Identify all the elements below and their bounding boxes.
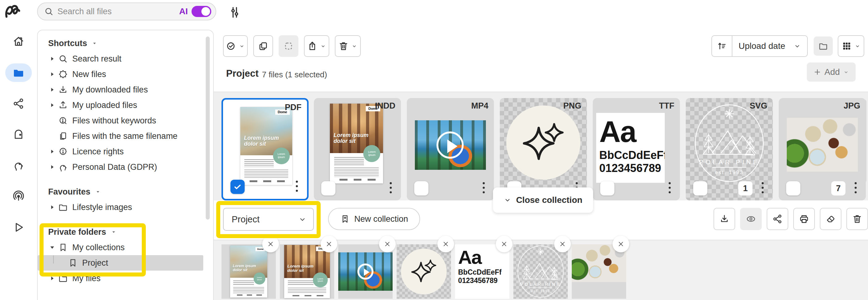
file-card-svg[interactable]: POLAR PINEest. 1993SVG1 (686, 98, 773, 200)
tray-thumbnail-png[interactable] (397, 244, 451, 299)
sidebar-section-header[interactable]: Private folders (38, 224, 213, 240)
section-title: Private folders (48, 227, 106, 237)
sidebar-item-licence-rights[interactable]: Licence rights (38, 144, 213, 159)
sidebar-item-search-result[interactable]: Search result (38, 51, 213, 66)
file-checkbox[interactable] (693, 181, 707, 195)
rail-broadcast-icon[interactable] (12, 190, 25, 202)
export-button[interactable] (304, 35, 329, 57)
sidebar-item-my-collections[interactable]: My collections (38, 240, 213, 255)
remove-from-collection-button[interactable] (321, 236, 337, 252)
ai-label: AI (179, 6, 188, 17)
chevron-down-icon (111, 229, 117, 235)
upload-icon (58, 100, 68, 110)
sparkles-graphic (520, 119, 566, 166)
file-checkbox[interactable] (321, 181, 336, 195)
tray-thumbnail-svg[interactable]: POLAR PINEest. 1993 (514, 244, 568, 299)
indd-flyer-thumbnail: DomeLorem ipsumdolor sitLoremipsum (330, 104, 383, 183)
caret-right-icon[interactable] (48, 86, 56, 94)
rail-play-icon[interactable] (12, 221, 25, 234)
sidebar-item-my-downloaded-files[interactable]: My downloaded files (38, 82, 213, 98)
tray-thumbnail-indd[interactable]: DomeLorem ipsumdolor sitLoremipsum (280, 244, 334, 299)
sidebar-section-header[interactable]: Favourites (38, 184, 213, 199)
sidebar-item-new-files[interactable]: New files (38, 66, 213, 82)
tray-thumbnail-pdf[interactable]: DomeLorem ipsumdolor sitLoremipsum (221, 244, 276, 299)
rail-share-icon[interactable] (12, 98, 25, 110)
app-logo-icon[interactable] (4, 2, 22, 21)
file-checkbox[interactable] (230, 180, 245, 194)
filter-icon[interactable] (228, 5, 242, 19)
file-checkbox[interactable] (786, 181, 800, 195)
tray-print-button[interactable] (793, 208, 815, 230)
sort-direction-icon[interactable] (712, 36, 733, 56)
caret-right-icon[interactable] (48, 55, 56, 63)
caret-down-icon[interactable] (48, 243, 56, 251)
remove-from-collection-button[interactable] (496, 236, 513, 252)
add-button[interactable]: Add (807, 62, 856, 82)
file-type-label: PNG (563, 101, 581, 111)
file-card-mp4[interactable]: MP4 (407, 98, 494, 200)
file-card-jpg[interactable]: JPG7 (779, 98, 866, 200)
file-card-indd[interactable]: DomeLorem ipsumdolor sitLoremipsumINDD (314, 98, 401, 200)
ai-toggle[interactable] (191, 6, 211, 17)
tray-download-button[interactable] (714, 208, 735, 230)
tray-thumbnail-jpg[interactable] (572, 244, 626, 299)
folder-view-button[interactable] (814, 36, 833, 56)
sort-dropdown[interactable]: Upload date (711, 35, 808, 57)
file-card-png[interactable]: PNG (500, 98, 587, 200)
new-collection-button[interactable]: New collection (328, 208, 420, 230)
file-checkbox[interactable] (414, 181, 428, 195)
caret-right-icon[interactable] (48, 163, 56, 171)
search-input[interactable] (54, 7, 179, 17)
remove-from-collection-button[interactable] (437, 236, 454, 252)
sidebar-item-project[interactable]: Project (38, 255, 203, 271)
tray-thumbnail-ttf[interactable]: AaBbCcDdEeFf0123456789 (455, 244, 509, 299)
file-checkbox[interactable] (600, 181, 614, 195)
sidebar-scrollbar[interactable] (206, 36, 210, 220)
sidebar-item-my-uploaded-files[interactable]: My uploaded files (38, 98, 213, 113)
selection-frame-button[interactable] (279, 35, 299, 57)
tray-preview-button[interactable] (740, 208, 762, 230)
remove-from-collection-button[interactable] (613, 236, 629, 252)
tray-share-button[interactable] (767, 208, 788, 230)
alert-icon (58, 116, 68, 126)
rail-folder-icon[interactable] (12, 66, 25, 79)
kebab-menu-icon[interactable] (852, 181, 859, 195)
remove-from-collection-button[interactable] (379, 236, 396, 252)
grid-view-button[interactable] (838, 35, 864, 57)
caret-right-icon[interactable] (48, 203, 56, 211)
tray-clear-button[interactable] (820, 208, 841, 230)
caret-right-icon[interactable] (48, 274, 56, 282)
rail-person-icon[interactable] (12, 159, 25, 171)
kebab-menu-icon[interactable] (666, 181, 673, 195)
play-button-icon[interactable] (436, 132, 464, 159)
tray-delete-button[interactable] (846, 208, 868, 230)
search-bar[interactable]: AI (37, 2, 216, 20)
sidebar-item-files-with-the-same-filename[interactable]: Files with the same filename (38, 128, 213, 144)
remove-from-collection-button[interactable] (262, 236, 279, 252)
close-collection-button[interactable]: Close collection (493, 187, 593, 213)
sidebar-item-personal-data-gdpr-[interactable]: Personal Data (GDPR) (38, 159, 213, 175)
rail-door-icon[interactable] (12, 128, 25, 140)
sidebar-item-files-without-keywords[interactable]: Files without keywords (38, 113, 213, 128)
caret-right-icon[interactable] (48, 147, 56, 156)
collection-picker[interactable]: Project (223, 208, 314, 231)
kebab-menu-icon[interactable] (388, 181, 394, 195)
tray-thumbnail-mp4[interactable] (338, 244, 393, 299)
copy-button[interactable] (253, 35, 273, 57)
caret-right-icon[interactable] (48, 101, 56, 109)
rail-home-icon[interactable] (12, 35, 25, 48)
main-scrollbar[interactable] (862, 100, 866, 183)
file-card-pdf[interactable]: DomeLorem ipsumdolor sitLoremipsumPDF (221, 98, 309, 200)
remove-from-collection-button[interactable] (554, 236, 571, 252)
sidebar-section-header[interactable]: Shortcuts (38, 35, 213, 51)
caret-right-icon[interactable] (48, 70, 56, 78)
select-button[interactable] (223, 35, 248, 57)
delete-button[interactable] (335, 35, 361, 57)
file-card-ttf[interactable]: AaBbCcDdEeFf0123456789TTF (593, 98, 680, 200)
sidebar-item-my-files[interactable]: My files (38, 271, 213, 286)
play-button-icon[interactable] (358, 264, 373, 280)
kebab-menu-icon[interactable] (759, 181, 766, 195)
kebab-menu-icon[interactable] (480, 181, 487, 195)
sidebar-item-lifestyle-images[interactable]: Lifestyle images (38, 199, 213, 215)
kebab-menu-icon[interactable] (293, 179, 300, 193)
